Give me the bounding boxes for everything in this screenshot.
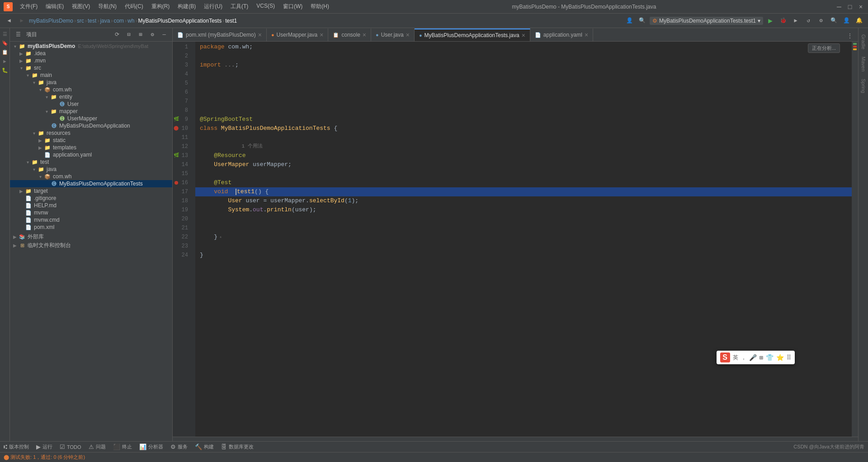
coverage-button[interactable]: ▶ <box>790 15 801 26</box>
menu-code[interactable]: 代码(C) <box>121 2 147 11</box>
tree-item-appyaml[interactable]: 📄 application.yaml <box>10 151 172 158</box>
tree-arrow-java-test[interactable]: ▾ <box>31 167 37 172</box>
fold-icon-21[interactable]: ▴ <box>219 233 222 242</box>
tab-usermapper[interactable]: ● UserMapper.java × <box>267 29 329 41</box>
tree-item-temp[interactable]: ▶ ⊞ 临时文件和控制台 <box>10 241 172 250</box>
status-issues[interactable]: ⚠ 问题 <box>89 443 106 450</box>
tree-item-static[interactable]: ▶ 📁 static <box>10 137 172 144</box>
tree-arrow-target[interactable]: ▶ <box>18 189 24 194</box>
status-profiler[interactable]: 📊 分析器 <box>139 443 163 450</box>
breadcrumb-com[interactable]: com <box>113 18 124 24</box>
breadcrumb-wh[interactable]: wh <box>127 18 134 24</box>
menu-tools[interactable]: 工具(T) <box>227 2 252 11</box>
status-db[interactable]: 🗄 数据库更改 <box>221 443 254 450</box>
tree-item-usermapper[interactable]: 🅘 UserMapper <box>10 115 172 122</box>
menu-navigate[interactable]: 导航(N) <box>94 2 120 11</box>
tree-arrow-src[interactable]: ▾ <box>18 66 24 71</box>
status-build[interactable]: 🔨 构建 <box>195 443 214 450</box>
tab-main[interactable]: ● MyBatisPlusDemoApplicationTests.java × <box>415 29 530 41</box>
tree-item-help[interactable]: 📄 HELP.md <box>10 202 172 209</box>
menu-window[interactable]: 窗口(W) <box>279 2 306 11</box>
tab-more-button[interactable]: ⋮ <box>844 30 855 41</box>
ime-mic-icon[interactable]: 🎤 <box>749 354 757 362</box>
tree-arrow-main[interactable]: ▾ <box>24 73 31 78</box>
status-terminal[interactable]: ⬛ 终止 <box>113 443 132 450</box>
structure-button[interactable]: ☰ <box>1 30 9 38</box>
user-button[interactable]: 👤 <box>841 15 852 26</box>
tree-item-pom[interactable]: 📄 pom.xml <box>10 224 172 231</box>
bookmark-button[interactable]: 🔖 <box>1 39 9 47</box>
menu-run[interactable]: 运行(U) <box>200 2 226 11</box>
tree-arrow-entity[interactable]: ▾ <box>43 95 50 100</box>
tab-close-pom[interactable]: × <box>258 32 262 38</box>
tree-item-mvnwcmd[interactable]: 📄 mvnw.cmd <box>10 216 172 224</box>
tree-item-mapper[interactable]: ▾ 📁 mapper <box>10 108 172 115</box>
tree-arrow-idea[interactable]: ▶ <box>18 51 24 56</box>
breadcrumb-test[interactable]: test <box>88 18 96 24</box>
run-side-button[interactable]: ▶ <box>1 57 9 65</box>
forward-button[interactable]: ▶ <box>16 15 27 26</box>
tree-item-comwh-test[interactable]: ▾ 📦 com.wh <box>10 173 172 180</box>
tree-arrow-mapper[interactable]: ▾ <box>43 109 50 114</box>
tree-item-gitignore[interactable]: 📄 .gitignore <box>10 195 172 202</box>
menu-build[interactable]: 构建(B) <box>174 2 199 11</box>
code-editor[interactable]: 1 2 3 4 5 6 7 8 9 🌿 10 ⬤ 11 12 1 <box>173 42 858 437</box>
breadcrumb-java[interactable]: java <box>100 18 110 24</box>
breadcrumb-project[interactable]: myBatisPlusDemo <box>29 18 73 24</box>
panel-expand-button[interactable]: ⊞ <box>135 29 146 40</box>
tab-close-usermapper[interactable]: × <box>320 32 323 38</box>
tree-item-java-test[interactable]: ▾ 📁 java <box>10 166 172 173</box>
tab-close-console[interactable]: × <box>363 32 366 38</box>
maximize-button[interactable]: □ <box>846 3 854 10</box>
search-button[interactable]: 🔍 <box>828 15 839 26</box>
back-button[interactable]: ◀ <box>4 15 14 26</box>
tree-item-app[interactable]: 🅒 MyBatisPlusDemoApplication <box>10 122 172 129</box>
panel-menu-button[interactable]: ☰ <box>13 29 24 40</box>
tree-item-main[interactable]: ▾ 📁 main <box>10 71 172 79</box>
update-button[interactable]: ↺ <box>803 15 814 26</box>
breadcrumb-src[interactable]: src <box>77 18 84 24</box>
tree-item-root[interactable]: ▾ 📁 myBatisPlusDemo E:\study\Web\Spring\… <box>10 43 172 50</box>
tab-user[interactable]: ● User.java × <box>371 29 415 41</box>
tree-item-idea[interactable]: ▶ 📁 .idea <box>10 50 172 57</box>
tree-item-test[interactable]: ▾ 📁 test <box>10 158 172 166</box>
tab-close-yaml[interactable]: × <box>585 32 588 38</box>
tree-arrow-mvn[interactable]: ▶ <box>18 58 24 63</box>
tree-item-entity[interactable]: ▾ 📁 entity <box>10 93 172 100</box>
ime-keyboard-icon[interactable]: ⊞ <box>760 354 763 362</box>
tree-arrow-java-main[interactable]: ▾ <box>31 80 37 85</box>
menu-help[interactable]: 帮助(H) <box>307 2 333 11</box>
status-todo[interactable]: ☑ TODO <box>60 443 81 450</box>
tree-item-mvn[interactable]: ▶ 📁 .mvn <box>10 57 172 64</box>
tree-item-comwh[interactable]: ▾ 📦 com.wh <box>10 86 172 93</box>
maven-button[interactable]: Maven <box>859 54 868 74</box>
panel-settings-button[interactable]: ⚙ <box>147 29 158 40</box>
tree-item-apptest[interactable]: 🅒 MyBatisPlusDemoApplicationTests <box>10 180 172 187</box>
minimize-button[interactable]: ─ <box>835 3 843 10</box>
status-services[interactable]: ⚙ 服务 <box>170 443 188 450</box>
menu-edit[interactable]: 编辑(E) <box>42 2 67 11</box>
status-vcs[interactable]: ⑆ 版本控制 <box>4 443 29 450</box>
profile-button[interactable]: 👤 <box>624 15 635 26</box>
tree-arrow-static[interactable]: ▶ <box>37 138 43 143</box>
tab-close-user[interactable]: × <box>406 32 410 38</box>
run-config-dropdown[interactable]: ▾ <box>758 18 760 24</box>
horizontal-scrollbar[interactable] <box>173 437 858 441</box>
menu-refactor[interactable]: 重构(R) <box>148 2 174 11</box>
tab-yaml[interactable]: 📄 application.yaml × <box>530 29 593 41</box>
tree-arrow-external[interactable]: ▶ <box>12 234 18 239</box>
tree-item-external[interactable]: ▶ 📚 外部库 <box>10 233 172 241</box>
tree-item-resources[interactable]: ▾ 📁 resources <box>10 129 172 137</box>
menu-view[interactable]: 视图(V) <box>68 2 94 11</box>
status-run[interactable]: ▶ 运行 <box>36 443 52 450</box>
tab-pom[interactable]: 📄 pom.xml (myBatisPlusDemo) × <box>173 29 267 41</box>
ime-star-icon[interactable]: ⭐ <box>776 354 784 362</box>
notifications-side-button[interactable]: 📋 <box>1 48 9 56</box>
ime-eng-label[interactable]: 英 <box>733 354 738 362</box>
close-button[interactable]: × <box>857 3 864 10</box>
panel-close-button[interactable]: ─ <box>159 29 170 40</box>
tree-arrow-resources[interactable]: ▾ <box>31 131 37 136</box>
gradle-button[interactable]: Gradle <box>859 32 868 52</box>
panel-sync-button[interactable]: ⟳ <box>112 29 123 40</box>
tree-arrow-test[interactable]: ▾ <box>24 160 31 165</box>
